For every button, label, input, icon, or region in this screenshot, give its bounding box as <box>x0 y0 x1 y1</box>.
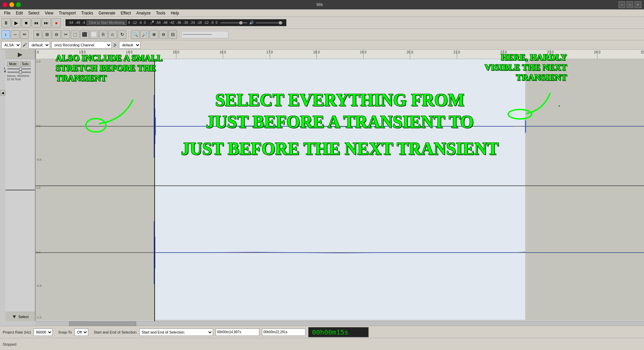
window-controls[interactable] <box>3 2 21 7</box>
win-controls-right[interactable]: ─ □ × <box>619 1 641 8</box>
add-track-icon[interactable]: ▼ <box>12 314 17 320</box>
next-button[interactable]: ⏭ <box>42 18 51 28</box>
zoom-out-tool[interactable]: ⊖ <box>52 30 61 39</box>
volume-thumb[interactable] <box>239 21 243 25</box>
selection-tool[interactable]: ↕ <box>1 30 10 39</box>
db-label-neg05-lower: -0.5 <box>36 284 42 288</box>
menu-item-help[interactable]: Help <box>168 10 182 16</box>
mute-solo-row: Mute Solo <box>7 61 31 67</box>
menu-item-tracks[interactable]: Tracks <box>78 10 96 16</box>
gain-l-label: L <box>4 67 6 70</box>
envelope-tool[interactable]: ↔ <box>11 30 19 39</box>
menu-item-generate[interactable]: Generate <box>96 10 118 16</box>
selection-start-input[interactable] <box>216 329 259 336</box>
select-label: Select <box>17 315 29 319</box>
selection-end-input[interactable] <box>262 329 306 336</box>
rec-channel-select[interactable]: ono) Recording Channel <box>51 41 112 49</box>
ruler-corner: ▶ <box>5 50 35 59</box>
maximize-button[interactable] <box>16 2 21 7</box>
ruler-label-25: 25.0 <box>641 50 644 54</box>
selection-mode-select[interactable]: Start and End of Selection <box>139 329 213 336</box>
db-val-16: -6 <box>211 21 214 25</box>
zoom-sel-tool[interactable]: 🔎 <box>140 30 149 39</box>
snap-to-select[interactable]: Off <box>74 329 88 336</box>
close-button[interactable] <box>3 2 7 7</box>
gain-slider-l[interactable]: L <box>7 68 31 70</box>
mute-button[interactable]: Mute <box>7 61 18 67</box>
menu-item-analyze[interactable]: Analyze <box>133 10 153 16</box>
track-horizontal-divider <box>36 185 644 186</box>
db-val-6: -6 <box>139 21 142 25</box>
project-rate-label: Project Rate (Hz) <box>3 330 31 334</box>
ruler-label-23: 23.0 <box>547 50 553 54</box>
win-restore-btn[interactable]: □ <box>627 1 633 8</box>
tools-toolbar: ↕ ↔ ✏ ⊕ ⊞ ⊖ ✂ ⬚ ⬛ ⬜ ⎘ ⎌ ↻ 🔍 🔎 ⊕ ⊖ ⊟ ────… <box>0 29 644 40</box>
stop-button[interactable]: ■ <box>21 18 31 28</box>
zoom-in-btn[interactable]: ⊕ <box>150 30 158 39</box>
redo-tool[interactable]: ↻ <box>118 30 126 39</box>
menu-item-view[interactable]: View <box>42 10 56 16</box>
monitor-start-btn[interactable]: Click to Start Monitoring <box>87 20 127 25</box>
db-val-13: -24 <box>190 21 195 25</box>
zoom-fit-btn[interactable]: ⊟ <box>168 30 177 39</box>
time-display-value: 00h00m15s <box>312 328 348 336</box>
silence-tool[interactable]: ⎘ <box>99 30 108 39</box>
tools-sep1 <box>31 31 31 39</box>
project-rate-select[interactable]: 96000 <box>34 329 53 336</box>
zoom-in-tool[interactable]: ⊕ <box>33 30 42 39</box>
db-label-0-lower: 0.0 <box>36 251 41 254</box>
track-info: Stereo, 96000Hz 32-bit float <box>7 74 30 81</box>
record-button[interactable]: ● <box>52 18 61 28</box>
horizontal-scrollbar[interactable] <box>36 321 644 326</box>
input-dev-select[interactable]: default <box>29 41 50 49</box>
db-label-pos1-lower: 1.0 <box>36 186 41 189</box>
db-val-12: -30 <box>183 21 188 25</box>
menu-item-select[interactable]: Select <box>25 10 42 16</box>
win-min-btn[interactable]: ─ <box>619 1 625 8</box>
stopped-label: Stopped <box>3 342 16 346</box>
undo-tool[interactable]: ⎌ <box>108 30 117 39</box>
gain-slider[interactable] <box>256 22 283 24</box>
ruler[interactable]: 12.013.014.015.016.017.018.019.020.021.0… <box>36 50 644 59</box>
upper-track: 0.0 -0.5 1.0 -1.0 <box>36 59 644 193</box>
ruler-label-24: 24.0 <box>594 50 600 54</box>
audio-host-select[interactable]: ALSA <box>1 41 21 49</box>
menu-item-tools[interactable]: Tools <box>153 10 168 16</box>
ruler-label-22: 22.0 <box>500 50 507 54</box>
device-bar: ALSA 🎤 default ono) Recording Channel 🔊 … <box>0 40 644 50</box>
prev-button[interactable]: ⏮ <box>32 18 41 28</box>
menu-item-file[interactable]: File <box>1 10 13 16</box>
output-dev-select[interactable]: default <box>119 41 141 49</box>
menu-item-transport[interactable]: Transport <box>56 10 78 16</box>
win-close-btn[interactable]: × <box>635 1 641 8</box>
ruler-label-17: 17.0 <box>266 50 273 54</box>
menu-item-effect[interactable]: Effect <box>118 10 133 16</box>
zoom-tool[interactable]: 🔍 <box>131 30 140 39</box>
cut-tool[interactable]: ✂ <box>61 30 70 39</box>
track-panel: ▶ Mute Solo L R Stereo, 96000Hz 32-bit f… <box>5 50 36 321</box>
db-val-17: 0 <box>216 21 218 25</box>
scroll-thumb[interactable] <box>69 321 136 326</box>
gain-slider-r[interactable]: R <box>7 72 31 73</box>
left-scroll-button[interactable]: ◀ <box>0 90 5 95</box>
paste-tool[interactable]: ⬛ <box>80 30 89 39</box>
draw-tool[interactable]: ✏ <box>20 30 29 39</box>
solo-button[interactable]: Solo <box>20 61 31 67</box>
menu-bar: FileEditSelectViewTransportTracksGenerat… <box>0 9 644 17</box>
gain-l-thumb[interactable] <box>19 67 22 71</box>
copy-tool[interactable]: ⬚ <box>71 30 79 39</box>
menu-item-edit[interactable]: Edit <box>13 10 25 16</box>
zoom-out-btn[interactable]: ⊖ <box>159 30 168 39</box>
volume-slider[interactable] <box>220 22 247 24</box>
zoom-fit-tool[interactable]: ⊞ <box>43 30 51 39</box>
toolbar-separator <box>63 19 63 27</box>
gain-thumb[interactable] <box>279 21 282 25</box>
gain-r-thumb[interactable] <box>19 71 22 74</box>
time-display: 00h00m15s <box>308 327 369 337</box>
trim-tool[interactable]: ⬜ <box>90 30 98 39</box>
db-val-8: -54 <box>156 21 160 25</box>
play-button[interactable]: ▶ <box>11 18 21 28</box>
minimize-button[interactable] <box>9 2 14 7</box>
pause-button[interactable]: ⏸ <box>1 18 11 28</box>
tools-sep3 <box>179 31 179 39</box>
